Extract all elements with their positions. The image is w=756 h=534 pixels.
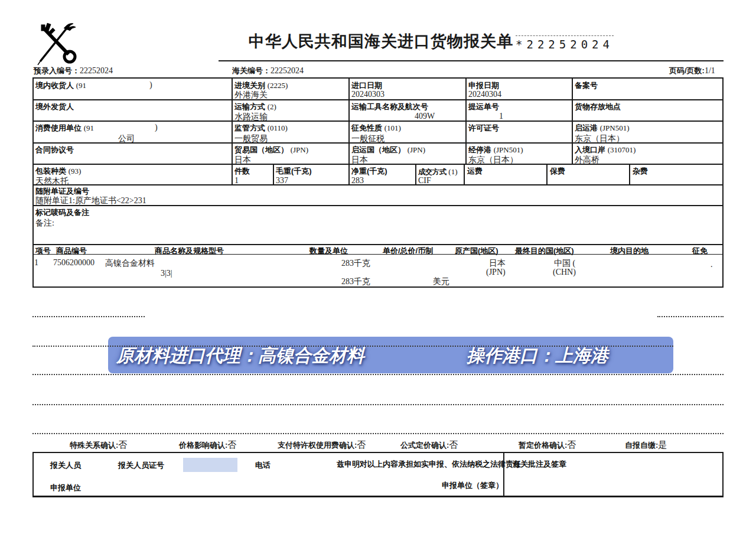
- confirm-royalty-payment: 支付特许权使用费确认:否: [278, 439, 366, 451]
- field-label: 贸易国（地区）: [234, 145, 288, 154]
- goods-header-qty-unit: 数量及单位: [309, 246, 348, 256]
- declaration-agent-label: 报关人员: [50, 460, 81, 471]
- field-label: 征免性质: [351, 123, 382, 132]
- field-bill-no: 提运单号: [468, 102, 499, 112]
- field-label: 运输方式: [234, 102, 265, 111]
- field-attached-docs-value: 随附单证1:原产地证书<22>231: [35, 196, 146, 206]
- row-divider: [32, 184, 724, 185]
- row-divider: [32, 121, 724, 122]
- goods-header-top-border: [32, 244, 724, 245]
- field-consumer-unit-close-paren: ): [155, 123, 158, 132]
- field-transport-name-value: 409W: [415, 112, 435, 121]
- field-supervision-mode: 监管方式 (0110): [234, 123, 288, 134]
- declaration-box-bottom-border: [32, 496, 724, 497]
- customs-number-label: 海关编号：: [232, 66, 271, 75]
- column-divider: [464, 164, 465, 184]
- goods-header-origin-country: 原产国(地区): [455, 246, 498, 256]
- field-label: 启运国（地区）: [351, 145, 405, 154]
- field-gross-weight-value: 337: [276, 176, 288, 185]
- field-code: (JPN): [408, 145, 425, 154]
- field-packing-type-value: 天然木托: [35, 176, 69, 187]
- customs-notes-label: 海关批注及签章: [513, 459, 566, 470]
- field-gross-weight: 毛重(千克): [276, 166, 312, 177]
- column-divider: [572, 77, 573, 164]
- confirm-label: 暂定价格确认:: [519, 441, 567, 450]
- goods-item-qty-1: 283千克: [341, 258, 370, 269]
- customs-number: 海关编号：22252024: [232, 66, 304, 76]
- goods-header-code: 商品编号: [56, 246, 87, 256]
- column-divider: [546, 164, 548, 184]
- declaration-box-left-border: [32, 452, 34, 497]
- field-net-weight-value: 283: [351, 176, 364, 185]
- field-trade-country-value: 日本: [234, 155, 251, 165]
- dotted-row-divider: [32, 346, 673, 347]
- main-box-left-border: [32, 77, 34, 288]
- field-transport-name: 运输工具名称及航次号: [351, 102, 428, 112]
- field-consumer-unit-value: 公司: [118, 134, 135, 144]
- goods-item-code: 7506200000: [53, 258, 94, 268]
- field-label: 成交方式: [418, 168, 447, 176]
- field-departure-port-value: 东京（日本）: [575, 134, 624, 144]
- main-box-bottom-border: [32, 286, 724, 288]
- field-transaction-mode-value: CIF: [418, 176, 431, 185]
- goods-item-no: 1: [34, 258, 38, 268]
- field-consignee-close-paren: ): [149, 80, 152, 90]
- page-value: 1/1: [705, 66, 715, 75]
- dotted-row-divider: [32, 374, 724, 375]
- main-box-right-border: [722, 77, 724, 288]
- field-net-weight: 净重(千克): [351, 166, 387, 177]
- field-code: (310701): [608, 145, 636, 154]
- confirm-special-relation: 特殊关系确认:否: [70, 439, 127, 451]
- confirm-label: 支付特许权使用费确认:: [278, 441, 357, 450]
- field-bill-no-value: 1: [499, 112, 503, 121]
- declaration-signature-label: 申报单位（签章）: [442, 480, 503, 491]
- declaration-box-top-border: [32, 452, 724, 453]
- goods-item-trailing-mark: .: [711, 260, 713, 269]
- customs-number-value: 22252024: [271, 66, 304, 75]
- field-consignee: 境内收货人 (91: [35, 80, 86, 91]
- column-divider: [273, 164, 274, 184]
- field-departure-country-value: 日本: [351, 155, 368, 165]
- goods-header-destination-country: 最终目的国(地区): [515, 246, 574, 256]
- goods-header-item-no: 项号: [35, 246, 51, 256]
- banner-right-text: 操作港口：上海港: [467, 344, 608, 368]
- field-marks-notes: 标记唛码及备注: [35, 207, 89, 218]
- field-entry-port: 入境口岸 (310701): [575, 145, 636, 155]
- field-pieces: 件数: [234, 166, 250, 177]
- field-misc-fees: 杂费: [633, 166, 648, 177]
- confirm-formula-pricing: 公式定价确认:否: [400, 439, 458, 451]
- field-levy-nature: 征免性质 (101): [351, 123, 401, 134]
- field-code: (2225): [268, 81, 288, 90]
- field-label: 消费使用单位: [35, 123, 82, 132]
- confirm-value: 否: [449, 440, 458, 450]
- field-code: (1): [448, 167, 457, 176]
- confirm-label: 特殊关系确认:: [70, 441, 118, 450]
- field-marks-notes-value: 备注:: [35, 218, 54, 229]
- field-code: (91: [76, 81, 86, 90]
- confirm-price-influence: 价格影响确认:否: [179, 439, 236, 451]
- goods-header-name-spec: 商品名称及规格型号: [155, 246, 224, 256]
- field-code: (JPN501): [494, 145, 523, 154]
- field-declare-date-value: 20240304: [468, 90, 501, 99]
- field-contract-no: 合同协议号: [35, 145, 74, 155]
- goods-item-destination-code: (CHN): [553, 268, 576, 277]
- pre-entry-label: 预录入编号：: [34, 66, 80, 75]
- confirm-value: 否: [567, 440, 576, 450]
- field-record-no: 备案号: [575, 80, 598, 91]
- goods-item-qty-2: 283千克: [341, 276, 370, 287]
- field-code: (101): [384, 123, 401, 132]
- field-overseas-shipper: 境外发货人: [35, 102, 74, 112]
- dotted-row-divider: [32, 404, 724, 405]
- confirm-value: 否: [118, 440, 127, 450]
- field-code: (93): [69, 167, 82, 175]
- declaration-unit-label: 申报单位: [50, 483, 81, 493]
- field-code: (JPN): [291, 145, 308, 154]
- field-code: (2): [268, 102, 276, 111]
- field-label: 进境关别: [234, 81, 265, 90]
- watermark-banner: 原材料进口代理：高镍合金材料 操作港口：上海港: [108, 337, 673, 373]
- form-serial-number: *22252024: [516, 35, 614, 51]
- main-box-top-border: [32, 77, 724, 79]
- confirm-provisional-price: 暂定价格确认:否: [519, 439, 576, 451]
- field-code: (91: [84, 123, 94, 132]
- confirm-label: 公式定价确认:: [400, 441, 449, 450]
